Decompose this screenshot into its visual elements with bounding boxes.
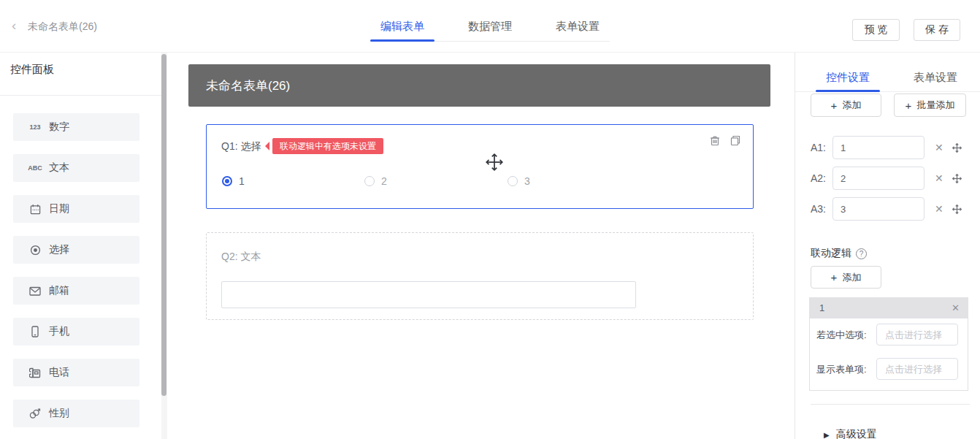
tab-data-management[interactable]: 数据管理 [458,20,522,34]
option-a1-label: A1: [811,136,830,159]
remove-option-icon[interactable]: ✕ [935,197,943,221]
widget-item-label: 日期 [49,202,69,215]
batch-add-button[interactable]: + 批量添加 [894,93,966,117]
remove-option-icon[interactable]: ✕ [935,136,943,159]
sidebar-divider [0,95,162,96]
panel-tab-widget-settings[interactable]: 控件设置 [816,71,880,85]
save-button[interactable]: 保 存 [914,19,960,41]
option-label: 1 [239,175,245,187]
widget-item-label: 性别 [49,407,69,420]
radio-selected-icon[interactable] [222,176,232,186]
option-a3-input[interactable] [832,197,925,221]
widget-item-choice[interactable]: 选择 [13,236,139,264]
widget-item-mobile[interactable]: 手机 [13,318,139,346]
chevron-right-icon: ▶ [824,431,830,439]
widget-item-email[interactable]: 邮箱 [13,277,139,305]
drag-option-icon[interactable] [952,142,962,156]
remove-rule-icon[interactable]: ✕ [952,302,960,313]
widget-panel-title: 控件面板 [10,63,54,77]
widget-item-number[interactable]: 123 数字 [13,113,139,141]
option-a3-label: A3: [811,197,830,221]
panel-active-tab-indicator [816,90,880,92]
radio-unselected-icon[interactable] [508,176,518,186]
q1-option-2[interactable]: 2 [364,175,387,187]
batch-add-label: 批量添加 [916,99,954,112]
rule-condition-label: 若选中选项: [816,329,867,342]
option-label: 2 [381,175,387,187]
gender-icon [28,408,42,419]
mobile-icon [28,326,42,337]
active-tab-indicator [370,39,435,42]
plus-icon: + [831,99,838,112]
number-icon: 123 [28,123,42,131]
drag-option-icon[interactable] [952,173,962,187]
remove-option-icon[interactable]: ✕ [935,167,943,190]
preview-button[interactable]: 预 览 [852,19,900,41]
tab-edit-form[interactable]: 编辑表单 [370,20,435,34]
radio-unselected-icon[interactable] [364,176,375,186]
document-title: 未命名表单(26) [28,20,97,34]
form-title-text: 未命名表单(26) [206,77,290,94]
advanced-settings-label: 高级设置 [836,428,877,439]
logic-warning-badge: 联动逻辑中有选项未设置 [272,138,383,154]
drag-option-icon[interactable] [952,204,962,218]
calendar-icon [28,203,42,215]
logic-rule-index: 1 [819,302,952,313]
plus-icon: + [831,271,838,283]
option-a1-input[interactable] [832,136,925,159]
scrollbar-thumb[interactable] [161,54,166,396]
add-option-label: 添加 [842,99,861,112]
q2-text-input[interactable] [221,281,636,308]
logic-section-title: 联动逻辑 ? [811,247,867,260]
widget-item-date[interactable]: 日期 [13,195,139,223]
option-a2-input[interactable] [832,167,925,190]
panel-tab-form-settings[interactable]: 表单设置 [903,71,968,85]
phone-icon [28,367,42,378]
option-label: 3 [524,175,530,187]
widget-item-text[interactable]: ABC 文本 [13,154,139,182]
logic-rule-header: 1 ✕ [809,297,968,318]
radio-icon [28,244,42,256]
widget-item-label: 手机 [49,325,69,338]
tab-form-settings[interactable]: 表单设置 [545,20,610,34]
text-icon: ABC [28,164,42,172]
q1-option-1[interactable]: 1 [222,175,245,187]
logic-title-text: 联动逻辑 [811,247,851,260]
question-card-q1[interactable]: Q1: 选择 联动逻辑中有选项未设置 1 2 3 [206,124,754,209]
widget-item-label: 电话 [49,366,69,379]
delete-question-icon[interactable] [709,134,721,146]
q1-label: Q1: 选择 [221,140,261,153]
question-card-q2[interactable]: Q2: 文本 [206,232,754,320]
widget-item-phone[interactable]: 电话 [13,359,139,386]
rule-target-label: 显示表单项: [816,363,867,376]
widget-item-label: 文本 [49,161,69,175]
plus-icon: + [906,99,912,112]
q1-option-3[interactable]: 3 [508,175,530,187]
app-window: ‹ 未命名表单(26) 编辑表单 数据管理 表单设置 预 览 保 存 控件面板 … [0,0,980,439]
help-icon[interactable]: ? [856,248,867,259]
widget-item-gender[interactable]: 性别 [13,400,139,427]
mail-icon [28,285,42,297]
widget-item-label: 邮箱 [49,284,69,297]
back-icon[interactable]: ‹ [12,18,16,34]
advanced-divider [811,404,970,405]
rule-condition-select[interactable] [876,324,958,346]
form-title-banner[interactable]: 未命名表单(26) [188,64,770,107]
add-logic-label: 添加 [842,271,861,284]
widget-item-label: 选择 [49,243,69,256]
advanced-settings-toggle[interactable]: ▶ 高级设置 [824,428,877,439]
copy-question-icon[interactable] [730,134,741,146]
widget-item-label: 数字 [49,121,69,134]
q2-label: Q2: 文本 [221,251,261,264]
move-cursor-icon [485,152,504,175]
widget-list: 123 数字 ABC 文本 日期 [13,113,139,439]
add-option-button[interactable]: + 添加 [811,93,881,117]
option-a2-label: A2: [811,167,830,190]
rule-target-select[interactable] [876,358,958,380]
add-logic-button[interactable]: + 添加 [811,266,881,289]
panel-divider [795,53,795,439]
